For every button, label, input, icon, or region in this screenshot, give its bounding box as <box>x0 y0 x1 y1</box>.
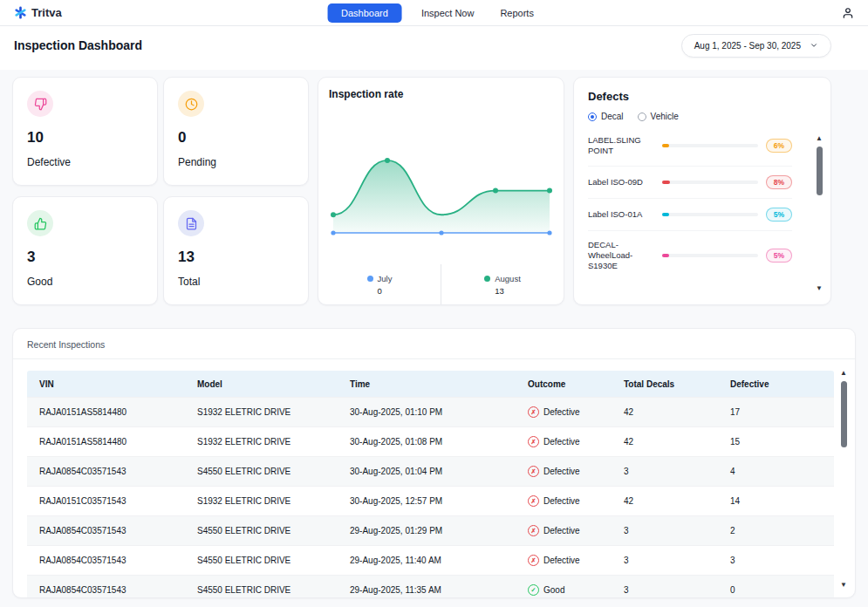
defect-bar-fill <box>662 213 669 216</box>
time-cell: 30-Aug-2025, 01:08 PM <box>338 437 516 447</box>
outcome-label: Defective <box>543 407 580 417</box>
col-header-model: Model <box>185 379 338 389</box>
total-decals-cell: 3 <box>612 556 718 565</box>
radio-icon <box>638 113 646 121</box>
outcome-status-icon: ✗ <box>528 406 539 418</box>
outcome-cell: ✗ Defective <box>516 555 612 566</box>
vin-cell: RAJA0151AS5814480 <box>27 437 185 447</box>
col-header-defective: Defective <box>718 379 814 389</box>
vin-cell: RAJA0854C03571543 <box>27 526 185 535</box>
outcome-status-icon: ✓ <box>528 584 539 596</box>
defect-bar-track <box>662 144 758 147</box>
outcome-cell: ✓ Good <box>516 584 612 596</box>
main-content: 10 Defective 0 Pending 3 G <box>0 70 868 598</box>
user-icon[interactable] <box>842 7 854 19</box>
defective-count-cell: 15 <box>718 437 814 447</box>
total-decals-cell: 42 <box>612 437 718 447</box>
time-cell: 29-Aug-2025, 11:40 AM <box>338 556 516 565</box>
scroll-up-arrow[interactable]: ▲ <box>816 135 823 142</box>
defective-count-cell: 17 <box>718 407 814 417</box>
defects-card: Defects Decal Vehicle LABEL.SLING POINT … <box>573 77 831 305</box>
legend-total: 13 <box>484 286 521 296</box>
inspections-table: VIN Model Time Outcome Total Decals Defe… <box>27 371 834 598</box>
model-cell: S1932 ELETRIC DRIVE <box>185 496 338 506</box>
legend-label: July <box>378 274 393 283</box>
nav-item-reports[interactable]: Reports <box>493 4 541 22</box>
brand-name: Tritva <box>31 6 62 19</box>
stat-label: Defective <box>27 156 143 168</box>
defect-bar-track <box>662 213 758 216</box>
scrollbar-thumb[interactable] <box>841 381 847 447</box>
nav-item-inspect-now[interactable]: Inspect Now <box>414 4 482 22</box>
col-header-vin: VIN <box>27 379 185 389</box>
radio-vehicle[interactable]: Vehicle <box>638 112 679 121</box>
stats-grid: 10 Defective 0 Pending 3 G <box>12 77 309 305</box>
table-row[interactable]: RAJA0854C03571543 S4550 ELETRIC DRIVE 29… <box>27 575 834 598</box>
legend-total: 0 <box>367 286 393 296</box>
table-row[interactable]: RAJA0151AS5814480 S1932 ELETRIC DRIVE 30… <box>27 426 834 456</box>
defect-item[interactable]: Label ISO-01A 5% <box>588 199 792 231</box>
time-cell: 30-Aug-2025, 12:57 PM <box>338 496 516 506</box>
stat-value: 10 <box>27 129 143 147</box>
vin-cell: RAJA0854C03571543 <box>27 467 185 476</box>
outcome-label: Defective <box>543 467 580 476</box>
defects-scrollbar[interactable]: ▲ ▼ <box>815 135 824 292</box>
stat-value: 13 <box>178 249 294 266</box>
legend-entry-august: August 13 <box>484 274 521 296</box>
model-cell: S4550 ELETRIC DRIVE <box>185 556 338 565</box>
defect-item[interactable]: LABEL.SLING POINT 6% <box>588 126 792 167</box>
inspection-rate-card: Inspection rate July 0 <box>318 77 564 305</box>
defective-count-cell: 2 <box>718 526 814 535</box>
scroll-down-arrow[interactable]: ▼ <box>816 285 823 292</box>
legend-dot-july <box>367 276 373 282</box>
model-cell: S4550 ELETRIC DRIVE <box>185 526 338 535</box>
defect-label: LABEL.SLING POINT <box>588 135 654 157</box>
scrollbar-thumb[interactable] <box>817 147 823 195</box>
defects-filters: Decal Vehicle <box>588 112 817 121</box>
table-scrollbar[interactable]: ▲ ▼ <box>839 370 848 589</box>
scroll-up-arrow[interactable]: ▲ <box>840 370 847 377</box>
table-row[interactable]: RAJA0854C03571543 S4550 ELETRIC DRIVE 29… <box>27 515 834 545</box>
defect-label: DECAL-WheelLoad-S1930E <box>588 240 654 272</box>
stat-card-pending: 0 Pending <box>163 77 309 186</box>
document-icon <box>178 210 204 236</box>
time-cell: 29-Aug-2025, 11:35 AM <box>338 585 516 595</box>
stat-card-total: 13 Total <box>163 196 309 305</box>
nav-item-dashboard[interactable]: Dashboard <box>327 3 402 23</box>
model-cell: S4550 ELETRIC DRIVE <box>185 585 338 595</box>
chevron-down-icon <box>810 41 818 50</box>
vin-cell: RAJA0854C03571543 <box>27 556 185 565</box>
outcome-cell: ✗ Defective <box>516 436 612 447</box>
defect-label: Label ISO-01A <box>588 209 654 220</box>
defect-list: LABEL.SLING POINT 6% Label ISO-09D 8% La… <box>588 126 817 281</box>
radio-decal[interactable]: Decal <box>588 112 624 121</box>
outcome-label: Defective <box>543 526 580 535</box>
main-nav: Dashboard Inspect Now Reports <box>327 3 541 23</box>
brand[interactable]: Tritva <box>14 6 62 19</box>
table-row[interactable]: RAJA0854C03571543 S4550 ELETRIC DRIVE 30… <box>27 456 834 486</box>
stat-card-good: 3 Good <box>12 196 158 305</box>
outcome-status-icon: ✗ <box>528 436 539 447</box>
defect-bar-fill <box>662 181 670 184</box>
defect-bar-track <box>662 181 758 184</box>
defect-item[interactable]: DECAL-WheelLoad-S1930E 5% <box>588 231 792 281</box>
col-header-total-decals: Total Decals <box>612 379 718 389</box>
col-header-outcome: Outcome <box>516 379 612 389</box>
defect-percent-badge: 5% <box>766 208 792 222</box>
table-row[interactable]: RAJA0151AS5814480 S1932 ELETRIC DRIVE 30… <box>27 397 834 426</box>
model-cell: S1932 ELETRIC DRIVE <box>185 407 338 417</box>
defect-item[interactable]: Label ISO-09D 8% <box>588 167 792 199</box>
table-row[interactable]: RAJA0854C03571543 S4550 ELETRIC DRIVE 29… <box>27 545 834 575</box>
date-range-picker[interactable]: Aug 1, 2025 - Sep 30, 2025 <box>681 34 831 58</box>
total-decals-cell: 3 <box>612 585 718 595</box>
scroll-down-arrow[interactable]: ▼ <box>840 582 847 589</box>
defect-label: Label ISO-09D <box>588 177 654 188</box>
table-row[interactable]: RAJA0151C03571543 S1932 ELETRIC DRIVE 30… <box>27 486 834 515</box>
recent-inspections-card: Recent Inspections VIN Model Time Outcom… <box>12 328 856 598</box>
radio-icon <box>588 113 597 121</box>
time-cell: 29-Aug-2025, 01:29 PM <box>338 526 516 535</box>
thumbs-down-icon <box>27 91 53 117</box>
stat-label: Good <box>27 276 143 288</box>
defective-count-cell: 4 <box>718 467 814 476</box>
stat-value: 3 <box>27 249 143 266</box>
